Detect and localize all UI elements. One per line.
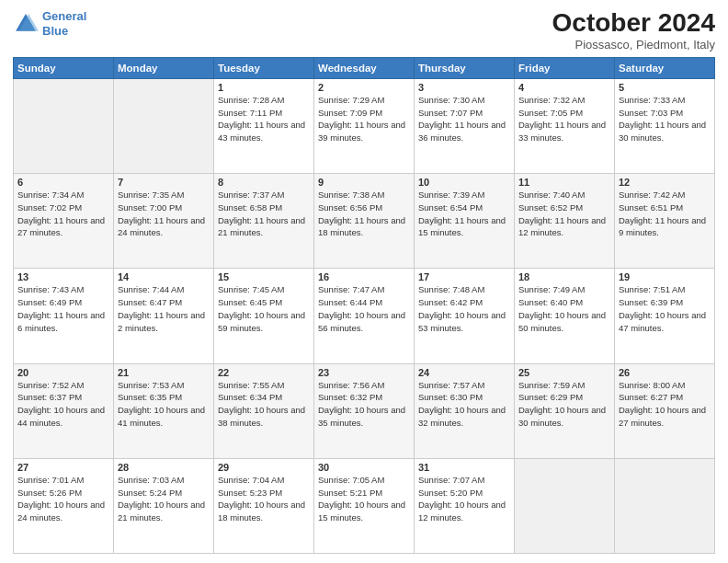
calendar-cell: 5Sunrise: 7:33 AMSunset: 7:03 PMDaylight…	[615, 78, 715, 173]
day-info: Sunrise: 7:42 AMSunset: 6:51 PMDaylight:…	[619, 189, 711, 239]
day-info: Sunrise: 7:53 AMSunset: 6:35 PMDaylight:…	[118, 379, 210, 430]
calendar-cell: 23Sunrise: 7:56 AMSunset: 6:32 PMDayligh…	[314, 363, 415, 458]
day-number: 27	[17, 462, 109, 473]
day-number: 22	[218, 367, 310, 378]
calendar-cell	[114, 78, 214, 173]
calendar-cell: 11Sunrise: 7:40 AMSunset: 6:52 PMDayligh…	[515, 174, 615, 269]
logo-line1: General	[42, 9, 86, 23]
day-number: 12	[619, 177, 711, 188]
col-monday: Monday	[114, 57, 214, 78]
calendar-cell: 14Sunrise: 7:44 AMSunset: 6:47 PMDayligh…	[114, 269, 214, 363]
calendar-cell	[515, 458, 615, 553]
day-header-row: Sunday Monday Tuesday Wednesday Thursday…	[14, 57, 715, 78]
calendar-cell: 29Sunrise: 7:04 AMSunset: 5:23 PMDayligh…	[214, 458, 314, 553]
day-info: Sunrise: 7:38 AMSunset: 6:56 PMDaylight:…	[318, 189, 410, 239]
day-number: 30	[318, 462, 410, 473]
calendar-cell: 26Sunrise: 8:00 AMSunset: 6:27 PMDayligh…	[615, 363, 715, 458]
calendar-cell: 16Sunrise: 7:47 AMSunset: 6:44 PMDayligh…	[314, 269, 415, 363]
calendar-cell: 30Sunrise: 7:05 AMSunset: 5:21 PMDayligh…	[314, 458, 415, 553]
day-info: Sunrise: 7:43 AMSunset: 6:49 PMDaylight:…	[17, 283, 109, 334]
day-number: 13	[17, 271, 109, 282]
day-number: 25	[518, 367, 610, 378]
day-number: 28	[118, 462, 210, 473]
day-number: 15	[218, 271, 310, 282]
calendar-cell: 15Sunrise: 7:45 AMSunset: 6:45 PMDayligh…	[214, 269, 314, 363]
calendar-cell: 12Sunrise: 7:42 AMSunset: 6:51 PMDayligh…	[615, 174, 715, 269]
calendar-cell: 9Sunrise: 7:38 AMSunset: 6:56 PMDaylight…	[314, 174, 415, 269]
calendar-cell: 3Sunrise: 7:30 AMSunset: 7:07 PMDaylight…	[415, 78, 515, 173]
day-number: 5	[619, 82, 711, 93]
calendar-cell: 24Sunrise: 7:57 AMSunset: 6:30 PMDayligh…	[415, 363, 515, 458]
page-title: October 2024	[552, 9, 715, 38]
day-info: Sunrise: 7:37 AMSunset: 6:58 PMDaylight:…	[218, 189, 310, 239]
day-info: Sunrise: 7:34 AMSunset: 7:02 PMDaylight:…	[17, 189, 109, 239]
calendar-cell: 6Sunrise: 7:34 AMSunset: 7:02 PMDaylight…	[14, 174, 114, 269]
day-info: Sunrise: 7:05 AMSunset: 5:21 PMDaylight:…	[318, 474, 410, 524]
calendar-cell: 2Sunrise: 7:29 AMSunset: 7:09 PMDaylight…	[314, 78, 415, 173]
day-info: Sunrise: 7:45 AMSunset: 6:45 PMDaylight:…	[218, 283, 310, 334]
day-info: Sunrise: 7:39 AMSunset: 6:54 PMDaylight:…	[418, 189, 510, 239]
day-number: 18	[518, 271, 610, 282]
calendar-cell	[615, 458, 715, 553]
day-number: 21	[118, 367, 210, 378]
day-number: 11	[518, 177, 610, 188]
day-info: Sunrise: 7:29 AMSunset: 7:09 PMDaylight:…	[318, 94, 410, 144]
day-info: Sunrise: 7:55 AMSunset: 6:34 PMDaylight:…	[218, 379, 310, 430]
day-info: Sunrise: 7:59 AMSunset: 6:29 PMDaylight:…	[518, 379, 610, 430]
calendar-cell: 27Sunrise: 7:01 AMSunset: 5:26 PMDayligh…	[14, 458, 114, 553]
page: General Blue October 2024 Piossasco, Pie…	[0, 0, 728, 563]
calendar-cell: 20Sunrise: 7:52 AMSunset: 6:37 PMDayligh…	[14, 363, 114, 458]
day-info: Sunrise: 7:56 AMSunset: 6:32 PMDaylight:…	[318, 379, 410, 430]
day-number: 8	[218, 177, 310, 188]
title-block: October 2024 Piossasco, Piedmont, Italy	[552, 9, 715, 52]
day-info: Sunrise: 7:01 AMSunset: 5:26 PMDaylight:…	[17, 474, 109, 524]
day-info: Sunrise: 7:44 AMSunset: 6:47 PMDaylight:…	[118, 283, 210, 334]
day-number: 1	[218, 82, 310, 93]
col-sunday: Sunday	[14, 57, 114, 78]
day-number: 29	[218, 462, 310, 473]
day-info: Sunrise: 7:52 AMSunset: 6:37 PMDaylight:…	[17, 379, 109, 430]
day-info: Sunrise: 8:00 AMSunset: 6:27 PMDaylight:…	[619, 379, 711, 430]
day-info: Sunrise: 7:40 AMSunset: 6:52 PMDaylight:…	[518, 189, 610, 239]
calendar-cell: 28Sunrise: 7:03 AMSunset: 5:24 PMDayligh…	[114, 458, 214, 553]
day-number: 19	[619, 271, 711, 282]
calendar-cell	[14, 78, 114, 173]
day-number: 10	[418, 177, 510, 188]
day-number: 2	[318, 82, 410, 93]
logo-icon	[13, 11, 39, 37]
calendar-cell: 1Sunrise: 7:28 AMSunset: 7:11 PMDaylight…	[214, 78, 314, 173]
header: General Blue October 2024 Piossasco, Pie…	[13, 9, 715, 52]
day-info: Sunrise: 7:49 AMSunset: 6:40 PMDaylight:…	[518, 283, 610, 334]
calendar-cell: 31Sunrise: 7:07 AMSunset: 5:20 PMDayligh…	[415, 458, 515, 553]
col-tuesday: Tuesday	[214, 57, 314, 78]
day-info: Sunrise: 7:32 AMSunset: 7:05 PMDaylight:…	[518, 94, 610, 144]
calendar-cell: 22Sunrise: 7:55 AMSunset: 6:34 PMDayligh…	[214, 363, 314, 458]
calendar-week-5: 27Sunrise: 7:01 AMSunset: 5:26 PMDayligh…	[14, 458, 715, 553]
day-info: Sunrise: 7:28 AMSunset: 7:11 PMDaylight:…	[218, 94, 310, 144]
calendar: Sunday Monday Tuesday Wednesday Thursday…	[13, 57, 715, 554]
day-number: 6	[17, 177, 109, 188]
calendar-cell: 17Sunrise: 7:48 AMSunset: 6:42 PMDayligh…	[415, 269, 515, 363]
day-number: 14	[118, 271, 210, 282]
calendar-cell: 7Sunrise: 7:35 AMSunset: 7:00 PMDaylight…	[114, 174, 214, 269]
day-info: Sunrise: 7:03 AMSunset: 5:24 PMDaylight:…	[118, 474, 210, 524]
day-number: 16	[318, 271, 410, 282]
calendar-cell: 21Sunrise: 7:53 AMSunset: 6:35 PMDayligh…	[114, 363, 214, 458]
day-number: 24	[418, 367, 510, 378]
day-number: 7	[118, 177, 210, 188]
col-friday: Friday	[515, 57, 615, 78]
logo-text: General Blue	[42, 9, 86, 38]
day-info: Sunrise: 7:35 AMSunset: 7:00 PMDaylight:…	[118, 189, 210, 239]
day-info: Sunrise: 7:04 AMSunset: 5:23 PMDaylight:…	[218, 474, 310, 524]
day-number: 4	[518, 82, 610, 93]
day-number: 23	[318, 367, 410, 378]
subtitle: Piossasco, Piedmont, Italy	[552, 38, 715, 52]
day-info: Sunrise: 7:47 AMSunset: 6:44 PMDaylight:…	[318, 283, 410, 334]
calendar-cell: 13Sunrise: 7:43 AMSunset: 6:49 PMDayligh…	[14, 269, 114, 363]
day-number: 26	[619, 367, 711, 378]
calendar-cell: 10Sunrise: 7:39 AMSunset: 6:54 PMDayligh…	[415, 174, 515, 269]
day-number: 3	[418, 82, 510, 93]
day-number: 17	[418, 271, 510, 282]
day-number: 31	[418, 462, 510, 473]
day-info: Sunrise: 7:33 AMSunset: 7:03 PMDaylight:…	[619, 94, 711, 144]
